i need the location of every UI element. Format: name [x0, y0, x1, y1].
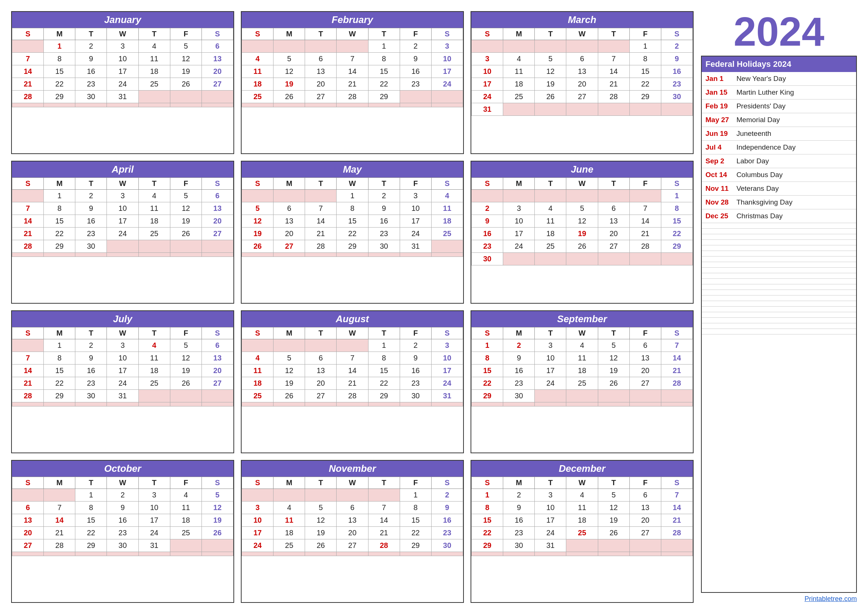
holiday-name: Memorial Day	[733, 113, 856, 127]
calendar-day: 23	[503, 377, 535, 390]
month-header-january: January	[12, 12, 233, 28]
calendar-day	[368, 489, 400, 501]
calendar-day: 13	[273, 215, 305, 228]
weekday-header: W	[336, 178, 368, 190]
weekday-header: S	[472, 28, 503, 40]
weekday-header: M	[44, 28, 75, 40]
weekday-header: S	[242, 178, 273, 190]
calendar-day	[566, 552, 598, 556]
holiday-row: Dec 25Christmas Day	[702, 209, 856, 223]
month-header-november: November	[242, 460, 463, 477]
calendar-day: 26	[566, 240, 598, 253]
calendar-day: 18	[503, 78, 535, 91]
calendar-day	[629, 402, 661, 406]
calendar-day: 3	[431, 40, 463, 53]
weekday-header: T	[138, 28, 170, 40]
calendar-day: 22	[44, 377, 75, 390]
calendar-day	[336, 253, 368, 257]
calendar-day: 5	[598, 489, 629, 501]
calendar-day: 3	[472, 53, 503, 65]
calendar-day: 12	[598, 501, 629, 514]
calendar-day: 7	[368, 501, 400, 514]
calendar-day: 2	[75, 339, 107, 352]
calendar-day: 23	[661, 78, 693, 91]
holiday-row: Feb 19Presidents' Day	[702, 99, 856, 113]
calendar-day: 10	[107, 202, 138, 215]
calendar-day	[75, 402, 107, 406]
calendar-day: 22	[336, 228, 368, 240]
footer-link[interactable]: Printabletree.com	[701, 593, 857, 603]
calendar-day: 17	[431, 65, 463, 78]
calendar-day	[566, 390, 598, 402]
calendar-day: 15	[336, 215, 368, 228]
calendar-day: 29	[75, 540, 107, 552]
month-may: MaySMTWTFS123456789101112131415161718192…	[241, 161, 464, 304]
calendar-day: 15	[661, 215, 693, 228]
calendar-day: 11	[242, 65, 273, 78]
calendar-day: 11	[273, 514, 305, 527]
calendar-day: 13	[629, 501, 661, 514]
calendar-day	[242, 190, 273, 202]
weekday-header: F	[629, 178, 661, 190]
calendar-day: 24	[400, 228, 431, 240]
calendar-day: 22	[75, 527, 107, 540]
holiday-row: Sep 2Labor Day	[702, 154, 856, 168]
calendar-day	[336, 552, 368, 556]
calendar-day: 23	[75, 377, 107, 390]
calendar-day: 26	[598, 377, 629, 390]
calendar-day: 3	[138, 489, 170, 501]
calendar-day: 27	[273, 240, 305, 253]
calendar-day: 14	[305, 215, 336, 228]
weekday-header: M	[44, 327, 75, 339]
calendar-day: 25	[431, 228, 463, 240]
calendar-day: 9	[75, 202, 107, 215]
calendar-day	[305, 339, 336, 352]
calendar-day	[566, 190, 598, 202]
calendar-day: 26	[242, 240, 273, 253]
calendar-day	[170, 390, 202, 402]
calendar-day: 21	[661, 364, 693, 377]
calendar-day: 31	[472, 103, 503, 116]
holiday-row-empty	[702, 323, 856, 329]
calendar-day: 1	[472, 339, 503, 352]
calendar-day: 8	[629, 53, 661, 65]
calendar-day: 14	[336, 364, 368, 377]
calendar-day: 31	[107, 91, 138, 103]
calendar-day: 15	[44, 215, 75, 228]
calendar-day	[566, 103, 598, 116]
calendar-day: 28	[44, 540, 75, 552]
calendar-day: 4	[431, 190, 463, 202]
calendar-day: 14	[661, 501, 693, 514]
weekday-header: M	[273, 477, 305, 489]
calendar-day	[138, 390, 170, 402]
calendar-day: 6	[202, 339, 233, 352]
calendar-day: 28	[336, 91, 368, 103]
weekday-header: M	[273, 327, 305, 339]
calendar-day: 7	[305, 202, 336, 215]
weekday-header: F	[400, 327, 431, 339]
calendar-day: 14	[44, 514, 75, 527]
month-september: SeptemberSMTWTFS123456789101112131415161…	[471, 310, 694, 453]
calendar-day: 3	[535, 489, 566, 501]
weekday-header: S	[431, 477, 463, 489]
calendar-day: 2	[503, 339, 535, 352]
weekday-header: F	[400, 477, 431, 489]
holiday-row-empty	[702, 223, 856, 229]
calendar-day: 15	[44, 364, 75, 377]
holiday-row-empty	[702, 290, 856, 296]
calendar-day	[202, 540, 233, 552]
calendar-day: 5	[273, 53, 305, 65]
calendar-day: 28	[305, 240, 336, 253]
calendar-day: 28	[336, 390, 368, 402]
calendar-day	[273, 489, 305, 501]
calendar-day: 31	[400, 240, 431, 253]
weekday-header: S	[661, 477, 693, 489]
calendar-day: 15	[368, 364, 400, 377]
calendar-day: 4	[170, 489, 202, 501]
weekday-header: T	[535, 28, 566, 40]
holiday-name: Columbus Day	[733, 168, 856, 182]
calendar-day: 29	[472, 540, 503, 552]
calendar-day	[202, 402, 233, 406]
calendar-day: 21	[336, 377, 368, 390]
weekday-header: M	[273, 28, 305, 40]
